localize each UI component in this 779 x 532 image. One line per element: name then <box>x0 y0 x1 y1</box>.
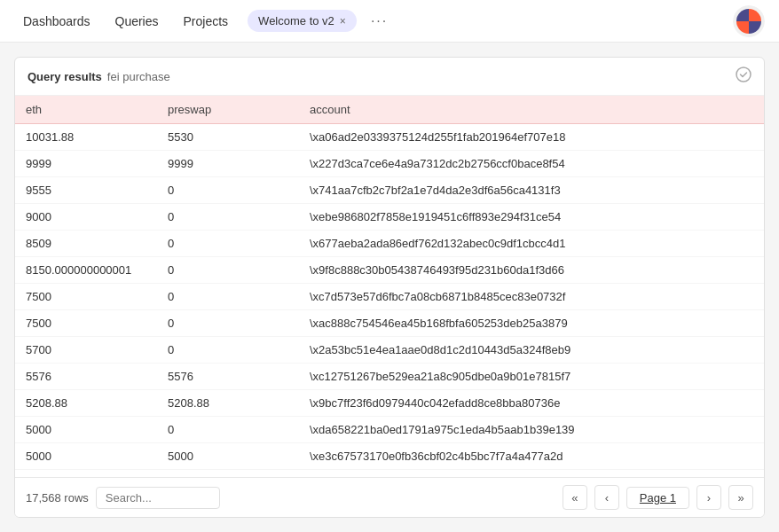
current-page[interactable]: Page 1 <box>626 487 689 509</box>
table-row: 50002000\x338f3ec014d7edacb98506881d1e18… <box>15 470 764 478</box>
last-page-button[interactable]: » <box>728 485 753 510</box>
col-header-account: account <box>299 96 764 124</box>
table-row: 50000\xda658221ba0ed1791a975c1eda4b5aab1… <box>15 417 764 443</box>
cell-account: \xe3c67573170e0fb36cbf02c4b5bc7f7a4a477a… <box>299 443 764 470</box>
close-tab-button[interactable]: × <box>340 16 346 27</box>
cell-eth: 8150.000000000001 <box>15 257 157 284</box>
cell-account: \x338f3ec014d7edacb98506881d1e18dc00980f… <box>299 470 764 478</box>
cell-eth: 8509 <box>15 231 157 257</box>
search-input[interactable] <box>96 487 220 509</box>
col-header-preswap: preswap <box>157 96 299 124</box>
results-title: Query results <box>28 70 102 83</box>
svg-point-1 <box>736 67 751 82</box>
nav-dashboards[interactable]: Dashboards <box>14 9 99 34</box>
cell-preswap: 0 <box>157 417 299 443</box>
col-header-eth: eth <box>15 96 157 124</box>
more-menu-button[interactable]: ··· <box>364 10 395 33</box>
app-logo <box>733 5 765 37</box>
cell-account: \x9f8c888c30b05438746493f95d231b60da1f3d… <box>299 257 764 284</box>
table-row: 8150.0000000000010\x9f8c888c30b054387464… <box>15 257 764 284</box>
cell-preswap: 5530 <box>157 124 299 151</box>
cell-account: \xc7d573e57d6fbc7a08cb6871b8485cec83e073… <box>299 284 764 310</box>
results-query-name: fei purchase <box>107 70 170 83</box>
cell-preswap: 5576 <box>157 364 299 390</box>
cell-preswap: 0 <box>157 177 299 204</box>
table-row: 57000\x2a53bc51e4ea1aae0d8d1c2d10443d5a3… <box>15 337 764 364</box>
table-wrapper: eth preswap account 10031.885530\xa06ad2… <box>15 96 764 477</box>
cell-account: \x9bc7ff23f6d0979440c042efadd8ce8bba8073… <box>299 390 764 417</box>
cell-account: \x741aa7cfb2c7bf2a1e7d4da2e3df6a56ca4131… <box>299 177 764 204</box>
table-row: 90000\xebe986802f7858e1919451c6ff893e294… <box>15 204 764 231</box>
cell-eth: 9999 <box>15 151 157 177</box>
nav-projects[interactable]: Projects <box>175 9 238 34</box>
prev-page-button[interactable]: ‹ <box>594 485 619 510</box>
cell-preswap: 9999 <box>157 151 299 177</box>
cell-account: \x677aeba2ada86edf762d132abec0c9df1cbcc4… <box>299 231 764 257</box>
cell-eth: 5208.88 <box>15 390 157 417</box>
table-row: 5208.885208.88\x9bc7ff23f6d0979440c042ef… <box>15 390 764 417</box>
results-header: Query results fei purchase <box>15 58 764 96</box>
cell-eth: 5000 <box>15 470 157 478</box>
active-tab-label: Welcome to v2 <box>258 14 334 27</box>
cell-preswap: 5208.88 <box>157 390 299 417</box>
table-row: 55765576\xc12751267be529ea21a8c905dbe0a9… <box>15 364 764 390</box>
top-nav: Dashboards Queries Projects Welcome to v… <box>0 0 779 43</box>
cell-eth: 7500 <box>15 284 157 310</box>
cell-preswap: 5000 <box>157 443 299 470</box>
cell-preswap: 0 <box>157 284 299 310</box>
row-count: 17,568 rows <box>26 491 89 505</box>
cell-account: \xac888c754546ea45b168fbfa605253deb25a38… <box>299 310 764 337</box>
cell-account: \xa06ad2e0339375124d255f1fab201964ef707e… <box>299 124 764 151</box>
table-row: 75000\xc7d573e57d6fbc7a08cb6871b8485cec8… <box>15 284 764 310</box>
cell-preswap: 0 <box>157 204 299 231</box>
cell-account: \x2a53bc51e4ea1aae0d8d1c2d10443d5a324f8e… <box>299 337 764 364</box>
check-icon <box>736 66 751 86</box>
cell-preswap: 0 <box>157 337 299 364</box>
nav-queries[interactable]: Queries <box>106 9 168 34</box>
cell-account: \xc12751267be529ea21a8c905dbe0a9b01e7815… <box>299 364 764 390</box>
table-body: 10031.885530\xa06ad2e0339375124d255f1fab… <box>15 124 764 478</box>
cell-eth: 9555 <box>15 177 157 204</box>
results-panel: Query results fei purchase <box>14 57 765 518</box>
first-page-button[interactable]: « <box>563 485 587 510</box>
table-header: eth preswap account <box>15 96 764 124</box>
results-table: eth preswap account 10031.885530\xa06ad2… <box>15 96 764 477</box>
header-row: eth preswap account <box>15 96 764 124</box>
pagination-footer: 17,568 rows « ‹ Page 1 › » <box>15 477 764 517</box>
cell-account: \x227d3ca7ce6e4a9a7312dc2b2756ccf0bace8f… <box>299 151 764 177</box>
cell-account: \xda658221ba0ed1791a975c1eda4b5aab1b39e1… <box>299 417 764 443</box>
table-row: 99999999\x227d3ca7ce6e4a9a7312dc2b2756cc… <box>15 151 764 177</box>
next-page-button[interactable]: › <box>696 485 721 510</box>
table-row: 85090\x677aeba2ada86edf762d132abec0c9df1… <box>15 231 764 257</box>
cell-eth: 10031.88 <box>15 124 157 151</box>
cell-eth: 7500 <box>15 310 157 337</box>
cell-eth: 5700 <box>15 337 157 364</box>
table-row: 75000\xac888c754546ea45b168fbfa605253deb… <box>15 310 764 337</box>
cell-preswap: 0 <box>157 231 299 257</box>
active-tab[interactable]: Welcome to v2 × <box>248 10 357 32</box>
cell-preswap: 0 <box>157 257 299 284</box>
table-row: 50005000\xe3c67573170e0fb36cbf02c4b5bc7f… <box>15 443 764 470</box>
cell-eth: 9000 <box>15 204 157 231</box>
cell-preswap: 0 <box>157 310 299 337</box>
cell-account: \xebe986802f7858e1919451c6ff893e294f31ce… <box>299 204 764 231</box>
table-row: 95550\x741aa7cfb2c7bf2a1e7d4da2e3df6a56c… <box>15 177 764 204</box>
cell-eth: 5000 <box>15 417 157 443</box>
cell-eth: 5576 <box>15 364 157 390</box>
cell-preswap: 2000 <box>157 470 299 478</box>
cell-eth: 5000 <box>15 443 157 470</box>
table-row: 10031.885530\xa06ad2e0339375124d255f1fab… <box>15 124 764 151</box>
main-content: Query results fei purchase <box>0 43 779 532</box>
